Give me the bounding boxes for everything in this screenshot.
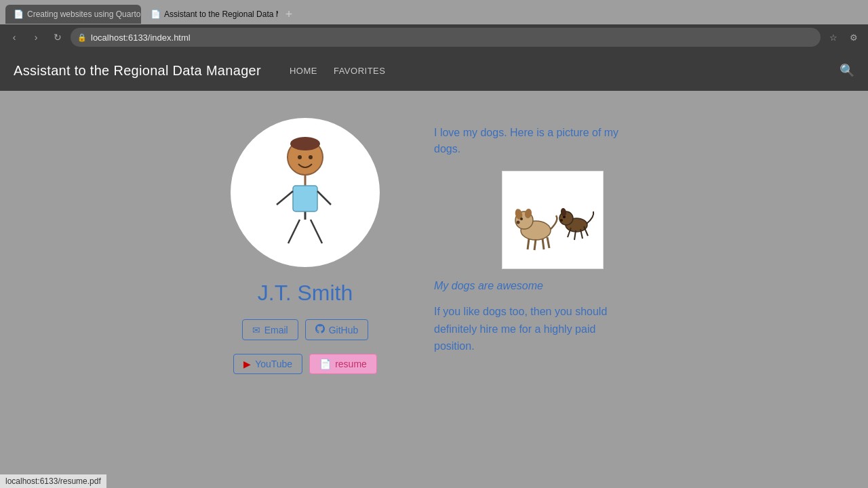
svg-point-24 [560, 219, 563, 222]
nav-actions: ☆ ⚙ [825, 28, 863, 46]
new-tab-button[interactable]: + [279, 5, 298, 24]
resume-icon: 📄 [319, 359, 331, 369]
address-text: localhost:6133/index.html [91, 33, 191, 43]
tab-active-favicon: 📄 [151, 9, 160, 19]
tab-inactive[interactable]: 📄 Creating websites using Quarto and... … [5, 5, 141, 24]
app-nav: HOME FAVORITES [288, 63, 812, 79]
left-column: J.T. Smith ✉ Email GitHub ▶ YouTube 📄 re… [231, 118, 380, 374]
dogs-svg [505, 176, 600, 264]
nav-bar: ‹ › ↻ 🔒 localhost:6133/index.html ☆ ⚙ [0, 24, 868, 50]
svg-line-19 [542, 239, 544, 249]
search-icon[interactable]: 🔍 [840, 63, 854, 78]
dog-image-box [502, 171, 604, 269]
youtube-button[interactable]: ▶ YouTube [233, 354, 302, 374]
nav-favorites[interactable]: FAVORITES [332, 63, 387, 79]
resume-label: resume [335, 359, 367, 369]
extensions-button[interactable]: ⚙ [845, 28, 863, 46]
main-content: J.T. Smith ✉ Email GitHub ▶ YouTube 📄 re… [0, 91, 868, 488]
svg-point-2 [298, 155, 302, 159]
button-row-1: ✉ Email GitHub [242, 319, 369, 340]
youtube-label: YouTube [255, 359, 292, 369]
dogs-caption: My dogs are awesome [434, 280, 637, 292]
svg-line-7 [277, 191, 293, 205]
dog-image-container [468, 171, 637, 269]
tab-favicon: 📄 [14, 9, 23, 19]
lock-icon: 🔒 [77, 33, 87, 42]
address-bar[interactable]: 🔒 localhost:6133/index.html [71, 28, 821, 47]
svg-line-9 [288, 220, 300, 243]
youtube-icon: ▶ [243, 359, 251, 369]
svg-rect-6 [293, 186, 317, 211]
svg-line-20 [547, 237, 549, 248]
app-header: Assistant to the Regional Data Manager H… [0, 50, 868, 91]
svg-line-10 [311, 220, 322, 243]
email-button[interactable]: ✉ Email [242, 319, 298, 340]
app-title: Assistant to the Regional Data Manager [14, 63, 261, 79]
tab-active-label: Assistant to the Regional Data Man... [164, 9, 278, 19]
tab-active[interactable]: 📄 Assistant to the Regional Data Man... … [142, 5, 278, 24]
status-text: localhost:6133/resume.pdf [5, 476, 101, 486]
back-button[interactable]: ‹ [5, 28, 23, 46]
browser-chrome: 📄 Creating websites using Quarto and... … [0, 0, 868, 50]
email-icon: ✉ [252, 325, 260, 336]
nav-home[interactable]: HOME [288, 63, 319, 79]
forward-button[interactable]: › [27, 28, 45, 46]
bookmark-button[interactable]: ☆ [825, 28, 842, 46]
refresh-button[interactable]: ↻ [49, 28, 66, 46]
hire-text: If you like dogs too, then you should de… [434, 303, 637, 355]
person-name: J.T. Smith [258, 281, 353, 306]
svg-point-15 [520, 218, 523, 220]
svg-line-17 [528, 239, 529, 249]
svg-point-1 [290, 137, 320, 150]
intro-text: I love my dogs. Here is a picture of my … [434, 125, 637, 157]
svg-point-3 [309, 155, 313, 159]
avatar [231, 118, 380, 267]
email-label: Email [264, 325, 288, 336]
tab-bar: 📄 Creating websites using Quarto and... … [0, 0, 868, 24]
svg-line-8 [317, 191, 331, 205]
stick-figure-svg [251, 131, 359, 253]
github-label: GitHub [329, 325, 359, 336]
button-row-2: ▶ YouTube 📄 resume [233, 354, 377, 374]
resume-button[interactable]: 📄 resume [309, 354, 377, 374]
right-column: I love my dogs. Here is a picture of my … [434, 118, 637, 355]
github-icon [315, 324, 325, 336]
status-bar: localhost:6133/resume.pdf [0, 474, 106, 488]
svg-point-16 [517, 220, 520, 224]
svg-line-18 [534, 239, 536, 250]
github-button[interactable]: GitHub [305, 319, 369, 340]
tab-label: Creating websites using Quarto and... [27, 9, 141, 19]
